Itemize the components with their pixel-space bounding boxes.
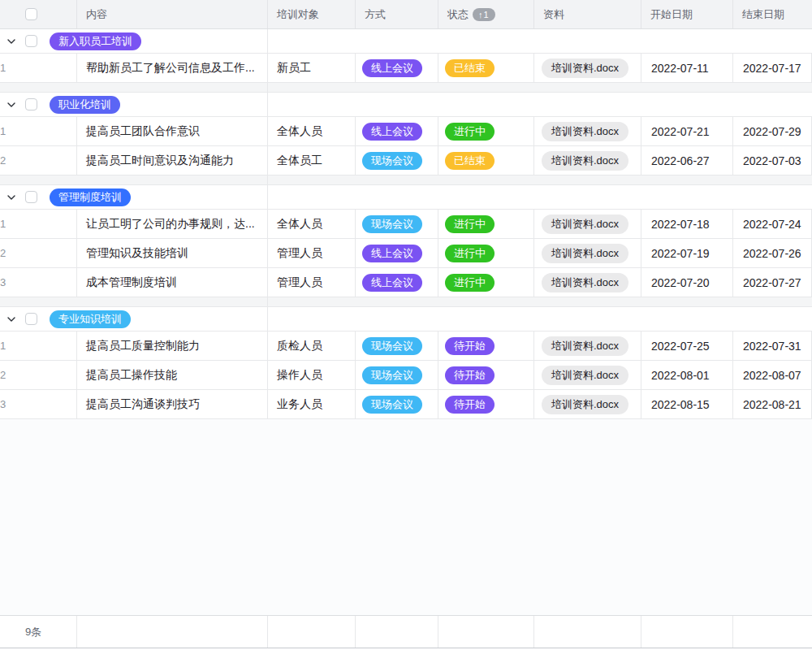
status-cell[interactable]: 待开始 [438,332,534,360]
method-cell[interactable]: 线上会议 [356,54,438,82]
target-cell[interactable]: 业务人员 [268,390,356,418]
end-date-cell[interactable]: 2022-07-27 [733,268,812,297]
material-cell[interactable]: 培训资料.docx [534,210,641,238]
status-cell[interactable]: 待开始 [438,390,534,418]
sort-indicator-badge[interactable]: ↑1 [473,8,495,21]
content-cell[interactable]: 提高员工沟通谈判技巧 [77,390,268,418]
status-cell[interactable]: 已结束 [438,54,534,82]
row-header-cell[interactable]: 1 [0,210,77,238]
content-cell[interactable]: 提高员工质量控制能力 [77,332,268,360]
attachment-pill[interactable]: 培训资料.docx [542,151,628,171]
group-header-row[interactable]: 新入职员工培训 [0,29,812,54]
material-cell[interactable]: 培训资料.docx [534,361,641,389]
group-header-row[interactable]: 专业知识培训 [0,307,812,332]
start-date-cell[interactable]: 2022-07-19 [641,239,733,267]
status-cell[interactable]: 待开始 [438,361,534,389]
start-date-cell[interactable]: 2022-07-25 [641,332,733,360]
start-date-cell[interactable]: 2022-06-27 [641,146,733,175]
group-checkbox[interactable] [25,35,37,47]
group-checkbox[interactable] [25,313,37,325]
method-cell[interactable]: 线上会议 [356,117,438,145]
method-cell[interactable]: 现场会议 [356,361,438,389]
status-cell[interactable]: 已结束 [438,146,534,175]
group-header-row[interactable]: 职业化培训 [0,93,812,117]
material-cell[interactable]: 培训资料.docx [534,239,641,267]
material-cell[interactable]: 培训资料.docx [534,390,641,418]
material-cell[interactable]: 培训资料.docx [534,332,641,360]
group-checkbox[interactable] [25,191,37,203]
target-cell[interactable]: 操作人员 [268,361,356,389]
status-cell[interactable]: 进行中 [438,210,534,238]
column-header-content[interactable]: 内容 [77,0,268,28]
column-header-method[interactable]: 方式 [356,0,438,28]
group-header-row[interactable]: 管理制度培训 [0,185,812,210]
row-header-cell[interactable]: 2 [0,146,77,175]
column-header-target[interactable]: 培训对象 [268,0,356,28]
material-cell[interactable]: 培训资料.docx [534,268,641,297]
content-cell[interactable]: 成本管理制度培训 [77,268,268,297]
attachment-pill[interactable]: 培训资料.docx [542,395,628,414]
target-cell[interactable]: 全体人员 [268,117,356,145]
attachment-pill[interactable]: 培训资料.docx [542,214,628,234]
collapse-group-button[interactable] [0,193,23,202]
row-header-cell[interactable]: 1 [0,54,77,82]
column-header-material[interactable]: 资料 [534,0,641,28]
column-header-status[interactable]: 状态 ↑1 [438,0,534,28]
attachment-pill[interactable]: 培训资料.docx [542,122,628,141]
target-cell[interactable]: 管理人员 [268,239,356,267]
end-date-cell[interactable]: 2022-07-26 [733,239,812,267]
status-cell[interactable]: 进行中 [438,117,534,145]
content-cell[interactable]: 帮助新员工了解公司信息及工作... [77,54,268,82]
end-date-cell[interactable]: 2022-07-17 [733,54,812,82]
content-cell[interactable]: 管理知识及技能培训 [77,239,268,267]
target-cell[interactable]: 全体人员 [268,210,356,238]
start-date-cell[interactable]: 2022-07-18 [641,210,733,238]
end-date-cell[interactable]: 2022-08-21 [733,390,812,418]
method-cell[interactable]: 线上会议 [356,239,438,267]
attachment-pill[interactable]: 培训资料.docx [542,336,628,356]
target-cell[interactable]: 新员工 [268,54,356,82]
row-header-cell[interactable]: 2 [0,361,77,389]
method-cell[interactable]: 现场会议 [356,210,438,238]
attachment-pill[interactable]: 培训资料.docx [542,58,628,78]
column-header-start-date[interactable]: 开始日期 [641,0,733,28]
row-header-cell[interactable]: 1 [0,117,77,145]
start-date-cell[interactable]: 2022-07-11 [641,54,733,82]
content-cell[interactable]: 提高员工时间意识及沟通能力 [77,146,268,175]
end-date-cell[interactable]: 2022-08-07 [733,361,812,389]
end-date-cell[interactable]: 2022-07-24 [733,210,812,238]
status-cell[interactable]: 进行中 [438,239,534,267]
row-header-cell[interactable]: 3 [0,390,77,418]
row-header-cell[interactable]: 1 [0,332,77,360]
attachment-pill[interactable]: 培训资料.docx [542,273,628,292]
end-date-cell[interactable]: 2022-07-29 [733,117,812,145]
column-header-end-date[interactable]: 结束日期 [733,0,812,28]
material-cell[interactable]: 培训资料.docx [534,146,641,175]
collapse-group-button[interactable] [0,314,23,324]
attachment-pill[interactable]: 培训资料.docx [542,244,628,263]
row-header-cell[interactable]: 2 [0,239,77,267]
collapse-group-button[interactable] [0,37,23,46]
end-date-cell[interactable]: 2022-07-03 [733,146,812,175]
start-date-cell[interactable]: 2022-07-20 [641,268,733,297]
row-header-cell[interactable]: 3 [0,268,77,297]
collapse-group-button[interactable] [0,100,23,110]
method-cell[interactable]: 现场会议 [356,332,438,360]
end-date-cell[interactable]: 2022-07-31 [733,332,812,360]
target-cell[interactable]: 管理人员 [268,268,356,297]
group-checkbox[interactable] [25,98,37,110]
method-cell[interactable]: 现场会议 [356,390,438,418]
target-cell[interactable]: 质检人员 [268,332,356,360]
method-cell[interactable]: 线上会议 [356,268,438,297]
status-cell[interactable]: 进行中 [438,268,534,297]
start-date-cell[interactable]: 2022-08-15 [641,390,733,418]
content-cell[interactable]: 提高员工操作技能 [77,361,268,389]
method-cell[interactable]: 现场会议 [356,146,438,175]
content-cell[interactable]: 提高员工团队合作意识 [77,117,268,145]
content-cell[interactable]: 让员工明了公司的办事规则，达... [77,210,268,238]
material-cell[interactable]: 培训资料.docx [534,54,641,82]
target-cell[interactable]: 全体员工 [268,146,356,175]
start-date-cell[interactable]: 2022-08-01 [641,361,733,389]
attachment-pill[interactable]: 培训资料.docx [542,366,628,385]
start-date-cell[interactable]: 2022-07-21 [641,117,733,145]
